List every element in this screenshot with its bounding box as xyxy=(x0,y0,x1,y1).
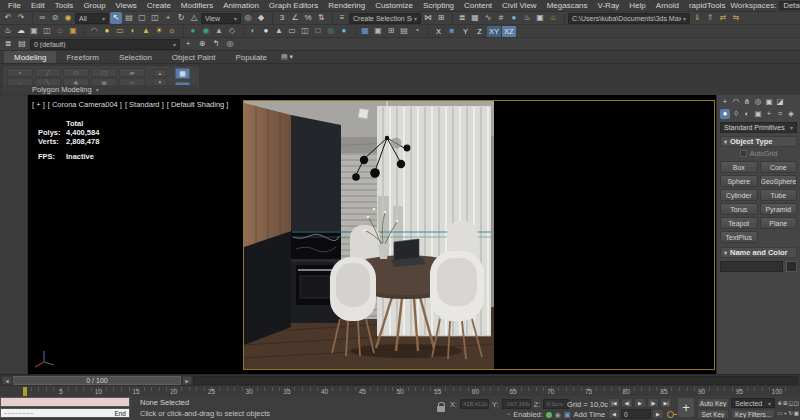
physical-camera-icon[interactable]: ▣ xyxy=(67,25,79,37)
next-key-button[interactable]: |▶ xyxy=(647,398,659,408)
create-tab[interactable]: + xyxy=(720,97,730,107)
vray-sphere-icon[interactable]: ● xyxy=(187,25,199,37)
subobject-level-button-1[interactable]: • xyxy=(7,68,33,77)
create-pyramid-button[interactable]: Pyramid xyxy=(760,203,798,215)
autogrid-checkbox[interactable] xyxy=(740,150,747,157)
menu-item-file[interactable]: File xyxy=(3,0,26,11)
project-folder-dropdown[interactable]: C:\Users\kuba\Documents\3ds Max 2022▾ xyxy=(568,13,690,24)
ribbon-overflow-button[interactable]: ▤ ▾ xyxy=(277,52,297,63)
frame-helper-icon[interactable]: ▣ xyxy=(372,25,384,37)
scene-explorer-icon[interactable]: ▦ xyxy=(469,12,481,24)
object-color-swatch[interactable] xyxy=(786,261,797,272)
next-frame-button[interactable]: ▶ xyxy=(652,409,664,419)
xy-plane-constraint-button[interactable]: XY xyxy=(487,26,501,37)
info-icon[interactable]: ◔ xyxy=(411,25,423,37)
layer-manager-icon[interactable]: ≣ xyxy=(2,38,14,50)
render-setup-icon[interactable]: ♨ xyxy=(521,12,533,24)
corona-card-icon[interactable]: ◫ xyxy=(299,25,311,37)
create-cone-button[interactable]: Cone xyxy=(760,161,798,173)
menu-item-scripting[interactable]: Scripting xyxy=(418,0,459,11)
go-to-start-button[interactable]: |◀ xyxy=(608,398,620,408)
select-layer-objects-icon[interactable]: ↰ xyxy=(210,38,222,50)
time-slider-thumb[interactable]: 0 / 100 xyxy=(13,376,181,385)
ribbon-tab-selection[interactable]: Selection xyxy=(109,51,162,64)
ribbon-tab-object-paint[interactable]: Object Paint xyxy=(162,51,226,64)
layer-list-icon[interactable]: ▤ xyxy=(16,38,28,50)
ribbon-tab-modeling[interactable]: Modeling xyxy=(4,51,56,64)
corona-scatter-icon[interactable]: ◎ xyxy=(325,25,337,37)
object-type-rollout-header[interactable]: ▾ Object Type xyxy=(720,136,797,147)
create-plane-button[interactable]: Plane xyxy=(760,217,798,229)
corona-cloud-icon[interactable]: ☁ xyxy=(15,25,27,37)
corona-sphere-icon[interactable]: ● xyxy=(338,25,350,37)
schematic-view-icon[interactable]: # xyxy=(495,12,507,24)
current-frame-marker[interactable] xyxy=(23,387,27,396)
menu-item-rendering[interactable]: Rendering xyxy=(323,0,370,11)
named-selection-set-dropdown[interactable]: Create Selection Se▾ xyxy=(349,13,421,24)
play-button[interactable]: ▶ xyxy=(634,398,646,408)
vray-mesh-icon[interactable]: ▲ xyxy=(213,25,225,37)
ribbon-tab-freeform[interactable]: Freeform xyxy=(56,51,108,64)
select-and-rotate-icon[interactable]: ↻ xyxy=(175,12,187,24)
rectangular-selection-region-icon[interactable]: ▢ xyxy=(136,12,148,24)
menu-item-views[interactable]: Views xyxy=(111,0,142,11)
autogrid-option[interactable]: AutoGrid xyxy=(720,150,797,157)
spinner-snap-icon[interactable]: ⇅ xyxy=(315,12,327,24)
menu-item-group[interactable]: Group xyxy=(78,0,110,11)
grid-array-icon[interactable]: ⊞ xyxy=(385,25,397,37)
menu-item-civil-view[interactable]: Civil View xyxy=(497,0,542,11)
add-key-button[interactable]: + xyxy=(677,397,695,418)
x-coordinate-field[interactable]: 418,412cm xyxy=(460,399,489,409)
selection-filter-dropdown[interactable]: All▾ xyxy=(75,13,109,24)
key-set-dropdown[interactable]: Selected ▾ xyxy=(731,398,775,408)
object-name-field[interactable] xyxy=(720,261,783,272)
utilities-tab[interactable]: ◪ xyxy=(775,97,785,107)
helpers-category[interactable]: + xyxy=(764,109,774,119)
ribbon-tab-populate[interactable]: Populate xyxy=(225,51,277,64)
create-box-button[interactable]: Box xyxy=(720,161,758,173)
key-filters-button[interactable]: Key Filters... xyxy=(731,409,775,419)
vray-proxy-icon[interactable]: ◉ xyxy=(200,25,212,37)
x-axis-constraint-button[interactable]: X xyxy=(432,26,445,37)
subobject-level-button-5[interactable]: ▰ xyxy=(119,68,145,77)
vray-dome-light-icon[interactable]: ◠ xyxy=(88,25,100,37)
align-icon[interactable]: ⊞ xyxy=(435,12,447,24)
corona-cone-icon[interactable]: ▲ xyxy=(273,25,285,37)
auto-key-button[interactable]: Auto Key xyxy=(697,398,729,408)
vray-disc-light-icon[interactable]: ◐ xyxy=(127,25,139,37)
active-viewport-region[interactable] xyxy=(243,100,715,370)
select-object-icon[interactable]: ↖ xyxy=(110,12,122,24)
menu-item-v-ray[interactable]: V-Ray xyxy=(593,0,625,11)
create-layer-icon[interactable]: + xyxy=(182,38,194,50)
viewport-camera-menu[interactable]: [ Corona Camera004 ] xyxy=(48,100,122,109)
mirror-icon[interactable]: ⋈ xyxy=(422,12,434,24)
render-production-icon[interactable]: ♨ xyxy=(547,12,559,24)
snap-toggle-icon[interactable]: 3 xyxy=(276,12,288,24)
systems-category[interactable]: ◈ xyxy=(786,109,796,119)
menu-item-graph-editors[interactable]: Graph Editors xyxy=(264,0,323,11)
create-tube-button[interactable]: Tube xyxy=(760,189,798,201)
asset-import-icon[interactable]: ⇓ xyxy=(691,12,703,24)
mute-toggle-icon[interactable]: ◉ xyxy=(555,411,561,419)
create-sphere-button[interactable]: Sphere xyxy=(720,175,758,187)
corona-panel-icon[interactable]: ▭ xyxy=(286,25,298,37)
viewport-shading-menu[interactable]: [ Default Shading ] xyxy=(167,100,229,109)
previous-frame-button[interactable]: ◀ xyxy=(608,409,620,419)
rendered-frame-window-icon[interactable]: ▣ xyxy=(534,12,546,24)
corona-doc-icon[interactable]: □ xyxy=(312,25,324,37)
window-crossing-icon[interactable]: ◫ xyxy=(149,12,161,24)
menu-item-content[interactable]: Content xyxy=(459,0,497,11)
set-key-button[interactable]: Set Key xyxy=(697,409,729,419)
hierarchy-tab[interactable]: ⋔ xyxy=(742,97,752,107)
vray-plane-light-icon[interactable]: ▭ xyxy=(114,25,126,37)
viewport-standard-menu[interactable]: [ Standard ] xyxy=(125,100,164,109)
menu-item-create[interactable]: Create xyxy=(142,0,176,11)
asset-sync-icon[interactable]: ⇆ xyxy=(730,12,742,24)
material-editor-icon[interactable]: ● xyxy=(508,12,520,24)
create-geosphere-button[interactable]: GeoSphere xyxy=(760,175,798,187)
y-axis-constraint-button[interactable]: Y xyxy=(459,26,472,37)
vray-sphere-light-icon[interactable]: ● xyxy=(101,25,113,37)
vray-ies-light-icon[interactable]: ▲ xyxy=(140,25,152,37)
vray-sun-icon[interactable]: ☀ xyxy=(153,25,165,37)
maximize-viewport-icon[interactable]: ▣ xyxy=(794,408,800,418)
